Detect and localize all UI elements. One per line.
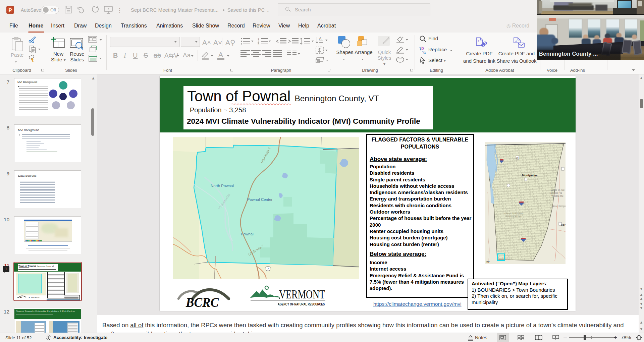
svg-text:7: 7 bbox=[267, 267, 269, 271]
svg-text:A: A bbox=[319, 37, 322, 41]
svg-text:Pownal Center: Pownal Center bbox=[247, 197, 273, 202]
svg-text:North Pownal: North Pownal bbox=[211, 184, 234, 188]
svg-text:3: 3 bbox=[258, 43, 259, 45]
svg-text:iny: iny bbox=[486, 260, 490, 263]
svg-text:Montpelier: Montpelier bbox=[522, 174, 537, 177]
svg-text:ational Fis: ational Fis bbox=[550, 191, 562, 194]
svg-text:Cor: Cor bbox=[561, 223, 566, 226]
svg-text:Pownal: Pownal bbox=[241, 232, 254, 236]
svg-text:c: c bbox=[423, 50, 426, 55]
svg-text:National Forest: National Forest bbox=[505, 215, 523, 218]
svg-text:Wildlife Re: Wildlife Re bbox=[551, 194, 564, 197]
svg-text:λ: λ bbox=[515, 40, 517, 43]
svg-text:AGENCY OF NATURAL RESOURCES: AGENCY OF NATURAL RESOURCES bbox=[278, 302, 325, 306]
svg-text:White O. Ge: White O. Ge bbox=[551, 188, 565, 191]
svg-text:VERMONT: VERMONT bbox=[279, 288, 325, 301]
svg-text:BCRC: BCRC bbox=[185, 294, 219, 308]
svg-text:Green Mountain: Green Mountain bbox=[504, 212, 523, 215]
svg-text:λ: λ bbox=[477, 40, 479, 43]
svg-text:New Hampsh: New Hampsh bbox=[552, 205, 566, 208]
svg-text:16: 16 bbox=[516, 157, 519, 159]
